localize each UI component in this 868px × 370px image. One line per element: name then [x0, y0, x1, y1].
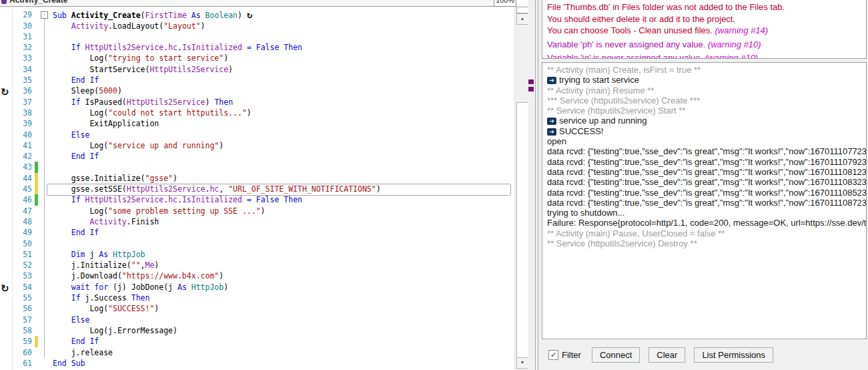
- code-line[interactable]: 53 j.Download("https://www.b4x.com"): [0, 270, 514, 281]
- code-line[interactable]: 55 If j.Success Then: [0, 293, 514, 303]
- code-token: [81, 195, 85, 204]
- code-line[interactable]: 61End Sub: [0, 358, 514, 369]
- splitter-line: [535, 0, 536, 370]
- code-line[interactable]: 42 End If: [0, 151, 514, 162]
- code-line[interactable]: 29Sub Activity_Create(FirstTime As Boole…: [0, 9, 514, 20]
- code-token: Else: [71, 130, 90, 140]
- code-token: False: [256, 43, 280, 52]
- warning-line: Variable 'ph' is never assigned any valu…: [547, 39, 861, 51]
- code-token: Boolean: [205, 11, 238, 20]
- code-token: j: [85, 250, 99, 259]
- scrollbar-up-button[interactable]: ▲: [516, 13, 528, 25]
- code-line[interactable]: 60 j.release: [0, 347, 514, 358]
- code-line[interactable]: 37 If IsPaused(HttpUtils2Service) Then: [0, 97, 514, 108]
- code-token: StartService(: [53, 65, 149, 74]
- code-line[interactable]: 41 Log("service up and running"): [0, 140, 514, 151]
- code-line[interactable]: 43: [0, 162, 514, 172]
- code-token: ): [261, 206, 266, 216]
- code-token: =: [247, 195, 252, 204]
- code-line[interactable]: 34 StartService(HttpUtils2Service): [0, 64, 514, 75]
- code-editor[interactable]: 2829Sub Activity_Create(FirstTime As Boo…: [0, 0, 528, 370]
- code-text: StartService(HttpUtils2Service): [38, 64, 514, 75]
- panel-splitter[interactable]: [528, 0, 542, 370]
- code-line[interactable]: 40 Else: [0, 130, 514, 140]
- code-line[interactable]: 30 Activity.LoadLayout("Layout"): [0, 21, 514, 31]
- editor-vertical-scrollbar[interactable]: ▲ ▼: [514, 6, 528, 370]
- scrollbar-down-button[interactable]: ▼: [516, 357, 528, 369]
- code-token: .Finish: [127, 217, 159, 226]
- code-line[interactable]: 56 Log("SUCCESS!"): [0, 303, 514, 314]
- warnings-box[interactable]: File 'Thumbs.db' in Files folder was not…: [542, 0, 867, 59]
- code-token: [53, 217, 89, 226]
- code-token: .LoadLayout(: [108, 21, 163, 31]
- code-text: Log("service up and running"): [38, 140, 514, 151]
- code-line[interactable]: 38 Log("could not start httputils..."): [0, 108, 514, 118]
- log-line: data rcvd: {"testing":true,"sse_dev":"is…: [547, 157, 861, 167]
- log-text: ** Service (httputils2service) Start **: [547, 106, 685, 116]
- code-line[interactable]: 46 If HttpUtils2Service.hc.IsInitialized…: [0, 194, 514, 205]
- code-text: j.release: [38, 347, 514, 358]
- sub-navigation-bar[interactable]: Activity_Create: [0, 0, 514, 7]
- editor-zoom-level[interactable]: 100%: [494, 0, 516, 7]
- code-line[interactable]: 59 End If: [0, 336, 514, 347]
- code-token: Dim: [71, 250, 85, 259]
- code-token: HttpJob: [191, 283, 224, 292]
- filter-checkbox[interactable]: ✓: [548, 350, 558, 360]
- code-line[interactable]: 32 If HttpUtils2Service.hc.IsInitialized…: [0, 42, 514, 53]
- code-token: [53, 195, 71, 204]
- code-token: If: [71, 195, 81, 204]
- log-line: data rcvd: {"testing":true,"sse_dev":"is…: [547, 167, 861, 177]
- log-text: Failure: Response{protocol=http/1.1, cod…: [547, 218, 867, 228]
- code-line[interactable]: 47 Log("some problem setting up SSE ..."…: [0, 206, 514, 216]
- code-line[interactable]: 48 Activity.Finish: [0, 216, 514, 227]
- warning-text: You should either delete it or add it to…: [547, 14, 735, 24]
- code-text: If IsPaused(HttpUtils2Service) Then: [38, 97, 514, 108]
- code-line[interactable]: 39 ExitApplication: [0, 118, 514, 129]
- log-text: trying to shutdown...: [547, 208, 624, 218]
- code-text: Activity.LoadLayout("Layout"): [38, 21, 514, 31]
- list-permissions-button[interactable]: List Permissions: [694, 347, 773, 363]
- code-line[interactable]: 31: [0, 31, 514, 42]
- log-text: data rcvd: {"testing":true,"sse_dev":"is…: [547, 167, 867, 177]
- connect-button[interactable]: Connect: [592, 347, 640, 363]
- code-token: HttpUtils2Service: [127, 98, 205, 107]
- fold-collapse-icon[interactable]: -: [41, 11, 48, 19]
- code-line[interactable]: 49 End If: [0, 227, 514, 238]
- code-line[interactable]: 54 wait for (j) JobDone(j As HttpJob): [0, 282, 514, 293]
- code-token: End Sub: [53, 359, 85, 368]
- sub-icon: [1, 0, 7, 4]
- code-line[interactable]: 36 Sleep(5000): [0, 85, 514, 96]
- log-line: ** Service (httputils2service) Start **: [547, 106, 861, 116]
- code-line[interactable]: 57 Else: [0, 315, 514, 325]
- code-text: Sleep(5000): [38, 85, 514, 96]
- code-token: "trying to start service": [108, 53, 224, 63]
- code-token: Then: [284, 43, 302, 52]
- code-text: If HttpUtils2Service.hc.IsInitialized = …: [38, 42, 514, 53]
- code-line[interactable]: 35 End If: [0, 75, 514, 85]
- log-arrow-icon: ➔: [547, 118, 556, 125]
- code-token: [81, 43, 85, 52]
- log-output-box[interactable]: ** Activity (main) Create, isFirst = tru…: [542, 62, 867, 339]
- code-token: [252, 43, 256, 52]
- b4a-ide-window: 2829Sub Activity_Create(FirstTime As Boo…: [0, 0, 868, 370]
- code-line[interactable]: 44 gsse.Initialize("gsse"): [0, 173, 514, 184]
- code-text: Log("SUCCESS!"): [38, 303, 514, 314]
- code-token: End If: [71, 152, 99, 161]
- code-line[interactable]: 51 Dim j As HttpJob: [0, 249, 514, 260]
- code-text: Log("some problem setting up SSE ..."): [38, 206, 514, 216]
- log-text: data rcvd: {"testing":true,"sse_dev":"is…: [547, 177, 867, 187]
- log-text: data rcvd: {"testing":true,"sse_dev":"is…: [547, 157, 867, 167]
- code-token: As: [191, 11, 201, 20]
- code-line[interactable]: 58 Log(j.ErrorMessage): [0, 325, 514, 336]
- code-token: Log(: [53, 108, 108, 118]
- code-text: Dim j As HttpJob: [38, 249, 514, 260]
- scrollbar-thumb[interactable]: [516, 102, 528, 361]
- log-line: open: [547, 136, 861, 146]
- clear-button[interactable]: Clear: [648, 347, 685, 363]
- code-line[interactable]: 50: [0, 238, 514, 249]
- log-text: *** Service (httputils2service) Create *…: [547, 96, 700, 106]
- filter-checkbox-group[interactable]: ✓ Filter: [548, 350, 581, 360]
- code-line[interactable]: 33 Log("trying to start service"): [0, 53, 514, 63]
- code-line[interactable]: 52 j.Initialize("",Me): [0, 260, 514, 270]
- scrollbar-top-box: [516, 7, 528, 13]
